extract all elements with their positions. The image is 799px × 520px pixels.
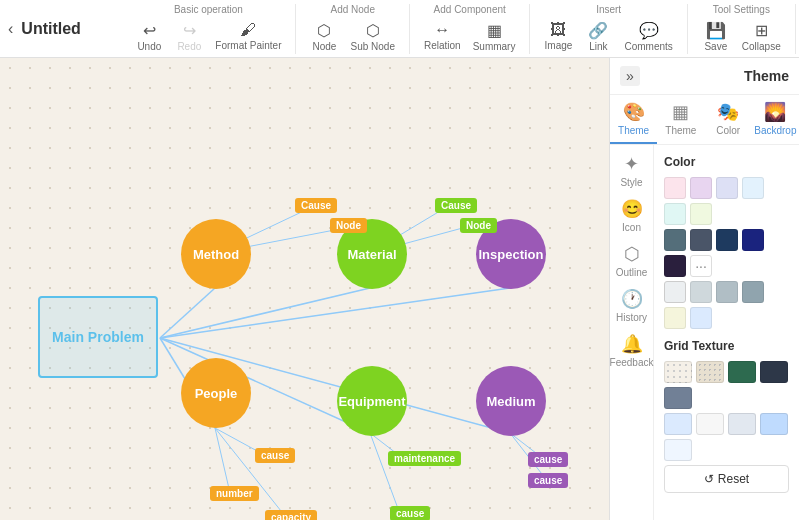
texture-solid-medium[interactable]	[664, 387, 692, 409]
image-label: Image	[545, 40, 573, 51]
format-painter-button[interactable]: 🖌 Format Painter	[211, 19, 285, 53]
panel-tabs: 🎨 Theme ▦ Theme 🎭 Color 🌄 Backdrop	[610, 95, 799, 145]
color-swatch-lime[interactable]	[690, 203, 712, 225]
medium-label: Medium	[486, 394, 535, 409]
color-swatch-paleblue[interactable]	[690, 307, 712, 329]
panel-main: Color ···	[654, 145, 799, 520]
maintenance-label: maintenance	[388, 451, 461, 466]
relation-icon: ↔	[434, 21, 450, 39]
add-node-group: Add Node ⬡ Node ⬡ Sub Node	[296, 4, 409, 54]
tab-theme[interactable]: 🎨 Theme	[610, 95, 657, 144]
node-label-1: Node	[330, 218, 367, 233]
cause-label-2: Cause	[435, 198, 477, 213]
color-swatch-medgray[interactable]	[742, 281, 764, 303]
equipment-node[interactable]: Equipment	[337, 366, 407, 436]
reset-icon: ↺	[704, 472, 714, 486]
theme2-tab-icon: ▦	[672, 101, 689, 123]
texture-dots-light[interactable]	[664, 361, 692, 383]
texture-lightblue[interactable]	[664, 413, 692, 435]
redo-button[interactable]: ↪ Redo	[171, 19, 207, 54]
tab-backdrop[interactable]: 🌄 Backdrop	[752, 95, 799, 144]
color-swatch-lightblue[interactable]	[742, 177, 764, 199]
more-colors-button[interactable]: ···	[690, 255, 712, 277]
medium-node[interactable]: Medium	[476, 366, 546, 436]
people-node[interactable]: People	[181, 358, 251, 428]
save-button[interactable]: 💾 Save	[698, 19, 734, 54]
tab-theme2[interactable]: ▦ Theme	[657, 95, 704, 144]
add-component-group: Add Component ↔ Relation ▦ Summary	[410, 4, 531, 54]
sidebar-style[interactable]: ✦ Style	[620, 153, 642, 188]
color-swatch-navy[interactable]	[716, 229, 738, 251]
relation-button[interactable]: ↔ Relation	[420, 19, 465, 53]
icon-icon: 😊	[621, 198, 643, 220]
texture-row-2	[664, 413, 789, 461]
reset-button[interactable]: ↺ Reset	[664, 465, 789, 493]
sub-node-label: Sub Node	[350, 41, 394, 52]
texture-dots-medium[interactable]	[696, 361, 724, 383]
color-swatch-periwinkle[interactable]	[716, 177, 738, 199]
node-button[interactable]: ⬡ Node	[306, 19, 342, 54]
svg-line-11	[215, 428, 230, 493]
color-swatch-slate[interactable]	[664, 229, 686, 251]
image-icon: 🖼	[550, 21, 566, 39]
basic-operation-label: Basic operation	[174, 4, 243, 15]
inspection-label: Inspection	[478, 247, 543, 262]
style-label: Style	[620, 177, 642, 188]
summary-icon: ▦	[487, 21, 502, 40]
main-area: Main Problem Method Material Inspection …	[0, 58, 799, 520]
color-swatch-darkpurple[interactable]	[664, 255, 686, 277]
add-component-items: ↔ Relation ▦ Summary	[420, 19, 520, 54]
texture-solid-darkgreen[interactable]	[728, 361, 756, 383]
sub-node-icon: ⬡	[366, 21, 380, 40]
link-button[interactable]: 🔗 Link	[580, 19, 616, 54]
image-button[interactable]: 🖼 Image	[540, 19, 576, 53]
toolbar: ‹ Untitled Basic operation ↩ Undo ↪ Redo…	[0, 0, 799, 58]
color-swatch-lavender[interactable]	[690, 177, 712, 199]
texture-solid-dark[interactable]	[760, 361, 788, 383]
add-node-items: ⬡ Node ⬡ Sub Node	[306, 19, 398, 54]
panel-sidebar: ✦ Style 😊 Icon ⬡ Outline 🕐 History 🔔	[610, 145, 654, 520]
outline-icon: ⬡	[624, 243, 640, 265]
method-node[interactable]: Method	[181, 219, 251, 289]
color-swatch-white[interactable]	[664, 281, 686, 303]
canvas[interactable]: Main Problem Method Material Inspection …	[0, 58, 609, 520]
sidebar-feedback[interactable]: 🔔 Feedback	[610, 333, 653, 368]
comments-button[interactable]: 💬 Comments	[620, 19, 676, 54]
color-swatch-pink[interactable]	[664, 177, 686, 199]
canvas-svg	[0, 58, 609, 520]
insert-label: Insert	[596, 4, 621, 15]
sidebar-history[interactable]: 🕐 History	[616, 288, 647, 323]
texture-paleblue[interactable]	[760, 413, 788, 435]
panel-header: » Theme	[610, 58, 799, 95]
color-tab-label: Color	[716, 125, 740, 136]
back-button[interactable]: ‹	[8, 20, 13, 38]
method-label: Method	[193, 247, 239, 262]
texture-pale3[interactable]	[664, 439, 692, 461]
node-label: Node	[313, 41, 337, 52]
equipment-label: Equipment	[338, 394, 405, 409]
add-component-label: Add Component	[434, 4, 506, 15]
tool-settings-items: 💾 Save ⊞ Collapse	[698, 19, 785, 54]
summary-button[interactable]: ▦ Summary	[469, 19, 520, 54]
backdrop-tab-label: Backdrop	[754, 125, 796, 136]
panel-collapse-button[interactable]: »	[620, 66, 640, 86]
sidebar-outline[interactable]: ⬡ Outline	[616, 243, 648, 278]
sidebar-icon[interactable]: 😊 Icon	[621, 198, 643, 233]
texture-light[interactable]	[696, 413, 724, 435]
collapse-button[interactable]: ⊞ Collapse	[738, 19, 785, 54]
tab-color[interactable]: 🎭 Color	[705, 95, 752, 144]
color-swatch-lightgray[interactable]	[690, 281, 712, 303]
panel-inner: ✦ Style 😊 Icon ⬡ Outline 🕐 History 🔔	[610, 145, 799, 520]
sub-node-button[interactable]: ⬡ Sub Node	[346, 19, 398, 54]
texture-lightgray[interactable]	[728, 413, 756, 435]
color-row-3	[664, 281, 789, 329]
color-swatch-warmgray[interactable]	[664, 307, 686, 329]
color-swatch-mint[interactable]	[664, 203, 686, 225]
color-swatch-darknavy[interactable]	[742, 229, 764, 251]
number-label: number	[210, 486, 259, 501]
theme-tab-label: Theme	[618, 125, 649, 136]
undo-button[interactable]: ↩ Undo	[131, 19, 167, 54]
color-swatch-darkslate[interactable]	[690, 229, 712, 251]
main-problem-node[interactable]: Main Problem	[38, 296, 158, 378]
color-swatch-gray[interactable]	[716, 281, 738, 303]
